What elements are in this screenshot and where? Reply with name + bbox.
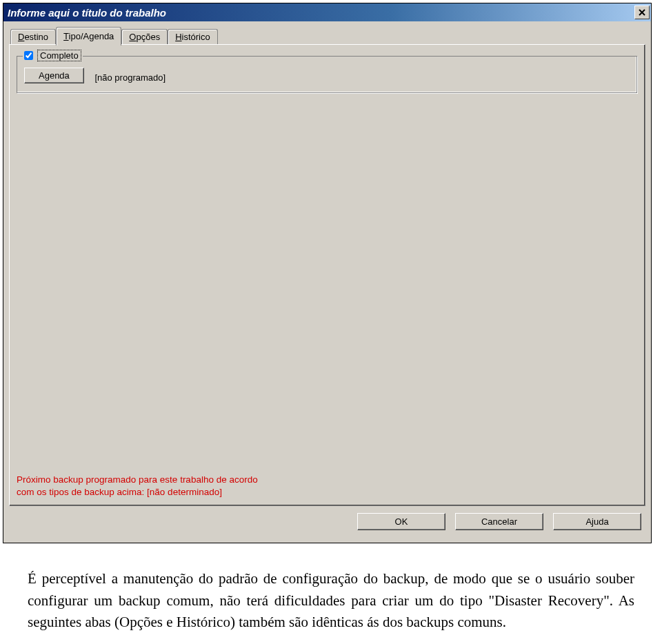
tab-historico[interactable]: Histórico [168,29,218,45]
close-icon [639,8,645,17]
document-paragraph: É perceptível a manutenção do padrão de … [28,568,634,634]
agenda-button[interactable]: Agenda [24,68,84,83]
schedule-status: [não programado] [94,72,166,83]
completo-checkbox-wrap[interactable]: Completo [23,50,83,61]
next-backup-line2: com os tipos de backup acima: [não deter… [17,486,258,499]
completo-checkbox[interactable] [24,51,33,60]
completo-label: Completo [37,50,81,61]
tab-tipo-agenda[interactable]: Tipo/Agenda [56,27,121,46]
next-backup-line1: Próximo backup programado para este trab… [17,474,258,486]
client-area: Destino Tipo/Agenda Opções Histórico Com… [3,21,651,543]
tabs-row: Destino Tipo/Agenda Opções Histórico [10,27,645,45]
next-backup-info: Próximo backup programado para este trab… [17,474,258,499]
cancel-button[interactable]: Cancelar [455,513,543,530]
document-text: É perceptível a manutenção do padrão de … [28,570,634,630]
help-button[interactable]: Ajuda [553,513,641,530]
close-button[interactable] [634,6,650,19]
tab-opcoes[interactable]: Opções [121,29,168,45]
tab-destino[interactable]: Destino [10,29,56,45]
titlebar: Informe aqui o título do trabalho [3,3,651,21]
ok-button[interactable]: OK [357,513,445,530]
window-title: Informe aqui o título do trabalho [8,7,634,19]
tab-panel: Completo Agenda [não programado] Próximo… [9,44,645,506]
completo-groupbox: Completo Agenda [não programado] [17,56,637,93]
dialog-button-row: OK Cancelar Ajuda [9,506,645,537]
dialog-window: Informe aqui o título do trabalho Destin… [3,3,652,543]
